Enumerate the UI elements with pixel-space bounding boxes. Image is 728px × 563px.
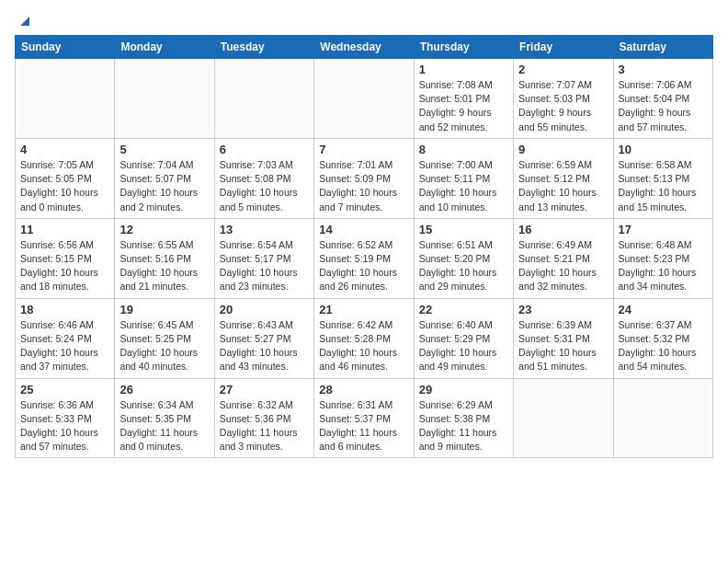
calendar-cell: 27Sunrise: 6:32 AMSunset: 5:36 PMDayligh… [214,378,313,458]
day-number: 20 [220,303,309,316]
day-number: 15 [419,223,508,236]
calendar-cell: 9Sunrise: 6:59 AMSunset: 5:12 PMDaylight… [514,138,613,218]
page-header [15,15,713,28]
day-number: 7 [319,143,408,156]
calendar-cell: 29Sunrise: 6:29 AMSunset: 5:38 PMDayligh… [414,378,513,458]
logo [15,15,33,28]
weekday-header-tuesday: Tuesday [214,36,313,59]
day-info: Sunrise: 7:05 AMSunset: 5:05 PMDaylight:… [20,158,109,214]
svg-marker-0 [20,17,29,26]
weekday-header-wednesday: Wednesday [314,36,414,59]
day-number: 2 [518,63,608,76]
calendar-week-row: 1Sunrise: 7:08 AMSunset: 5:01 PMDaylight… [16,59,713,139]
calendar-cell: 15Sunrise: 6:51 AMSunset: 5:20 PMDayligh… [414,218,513,298]
calendar-cell [115,59,214,139]
calendar-cell: 13Sunrise: 6:54 AMSunset: 5:17 PMDayligh… [214,218,313,298]
calendar-cell: 11Sunrise: 6:56 AMSunset: 5:15 PMDayligh… [16,218,115,298]
day-info: Sunrise: 6:49 AMSunset: 5:21 PMDaylight:… [518,238,608,294]
day-info: Sunrise: 6:37 AMSunset: 5:32 PMDaylight:… [619,318,708,374]
day-info: Sunrise: 6:32 AMSunset: 5:36 PMDaylight:… [220,398,309,454]
day-number: 19 [119,303,209,316]
calendar-cell: 25Sunrise: 6:36 AMSunset: 5:33 PMDayligh… [16,378,115,458]
day-number: 12 [119,223,209,236]
calendar-cell [314,59,414,139]
day-info: Sunrise: 7:06 AMSunset: 5:04 PMDaylight:… [619,78,708,134]
logo-icon [17,11,33,28]
day-info: Sunrise: 6:51 AMSunset: 5:20 PMDaylight:… [419,238,508,294]
day-info: Sunrise: 6:36 AMSunset: 5:33 PMDaylight:… [20,398,109,454]
day-info: Sunrise: 6:31 AMSunset: 5:37 PMDaylight:… [319,398,408,454]
day-number: 3 [619,63,708,76]
day-number: 27 [220,383,309,396]
calendar-cell: 14Sunrise: 6:52 AMSunset: 5:19 PMDayligh… [314,218,414,298]
day-number: 22 [419,303,508,316]
calendar-week-row: 11Sunrise: 6:56 AMSunset: 5:15 PMDayligh… [16,218,713,298]
day-info: Sunrise: 6:34 AMSunset: 5:35 PMDaylight:… [119,398,209,454]
weekday-header-row: SundayMondayTuesdayWednesdayThursdayFrid… [16,36,713,59]
calendar-week-row: 4Sunrise: 7:05 AMSunset: 5:05 PMDaylight… [16,138,713,218]
calendar-cell: 3Sunrise: 7:06 AMSunset: 5:04 PMDaylight… [613,59,712,139]
calendar-cell: 17Sunrise: 6:48 AMSunset: 5:23 PMDayligh… [613,218,712,298]
calendar-cell [514,378,613,458]
day-number: 11 [20,223,109,236]
day-info: Sunrise: 6:42 AMSunset: 5:28 PMDaylight:… [319,318,408,374]
day-info: Sunrise: 6:54 AMSunset: 5:17 PMDaylight:… [220,238,309,294]
calendar-cell: 23Sunrise: 6:39 AMSunset: 5:31 PMDayligh… [514,298,613,378]
day-number: 28 [319,383,408,396]
weekday-header-friday: Friday [514,36,613,59]
calendar-cell: 24Sunrise: 6:37 AMSunset: 5:32 PMDayligh… [613,298,712,378]
day-number: 6 [220,143,309,156]
weekday-header-saturday: Saturday [613,36,712,59]
calendar-cell: 21Sunrise: 6:42 AMSunset: 5:28 PMDayligh… [314,298,414,378]
day-number: 14 [319,223,408,236]
calendar-cell: 16Sunrise: 6:49 AMSunset: 5:21 PMDayligh… [514,218,613,298]
day-info: Sunrise: 7:07 AMSunset: 5:03 PMDaylight:… [518,78,608,134]
calendar-cell: 2Sunrise: 7:07 AMSunset: 5:03 PMDaylight… [514,59,613,139]
day-number: 9 [518,143,608,156]
day-number: 13 [220,223,309,236]
calendar-cell: 28Sunrise: 6:31 AMSunset: 5:37 PMDayligh… [314,378,414,458]
calendar-week-row: 18Sunrise: 6:46 AMSunset: 5:24 PMDayligh… [16,298,713,378]
weekday-header-monday: Monday [115,36,214,59]
calendar-cell: 7Sunrise: 7:01 AMSunset: 5:09 PMDaylight… [314,138,414,218]
day-info: Sunrise: 6:55 AMSunset: 5:16 PMDaylight:… [119,238,209,294]
day-info: Sunrise: 6:39 AMSunset: 5:31 PMDaylight:… [518,318,608,374]
calendar-cell: 10Sunrise: 6:58 AMSunset: 5:13 PMDayligh… [613,138,712,218]
day-number: 5 [119,143,209,156]
day-number: 23 [518,303,608,316]
calendar-cell: 6Sunrise: 7:03 AMSunset: 5:08 PMDaylight… [214,138,313,218]
day-info: Sunrise: 6:43 AMSunset: 5:27 PMDaylight:… [220,318,309,374]
calendar-cell [16,59,115,139]
calendar-cell: 4Sunrise: 7:05 AMSunset: 5:05 PMDaylight… [16,138,115,218]
weekday-header-sunday: Sunday [16,36,115,59]
day-info: Sunrise: 6:45 AMSunset: 5:25 PMDaylight:… [119,318,209,374]
day-number: 18 [20,303,109,316]
calendar-cell [613,378,712,458]
day-info: Sunrise: 6:58 AMSunset: 5:13 PMDaylight:… [619,158,708,214]
day-number: 16 [518,223,608,236]
day-info: Sunrise: 7:08 AMSunset: 5:01 PMDaylight:… [419,78,508,134]
day-info: Sunrise: 7:03 AMSunset: 5:08 PMDaylight:… [220,158,309,214]
calendar-cell: 5Sunrise: 7:04 AMSunset: 5:07 PMDaylight… [115,138,214,218]
day-number: 10 [619,143,708,156]
day-info: Sunrise: 7:04 AMSunset: 5:07 PMDaylight:… [119,158,209,214]
day-number: 25 [20,383,109,396]
day-number: 1 [419,63,508,76]
calendar-table: SundayMondayTuesdayWednesdayThursdayFrid… [15,35,713,458]
day-info: Sunrise: 6:46 AMSunset: 5:24 PMDaylight:… [20,318,109,374]
day-number: 26 [119,383,209,396]
day-info: Sunrise: 6:48 AMSunset: 5:23 PMDaylight:… [619,238,708,294]
calendar-cell: 1Sunrise: 7:08 AMSunset: 5:01 PMDaylight… [414,59,513,139]
calendar-cell: 26Sunrise: 6:34 AMSunset: 5:35 PMDayligh… [115,378,214,458]
day-info: Sunrise: 7:00 AMSunset: 5:11 PMDaylight:… [419,158,508,214]
day-info: Sunrise: 6:52 AMSunset: 5:19 PMDaylight:… [319,238,408,294]
calendar-cell: 18Sunrise: 6:46 AMSunset: 5:24 PMDayligh… [16,298,115,378]
day-number: 8 [419,143,508,156]
calendar-cell [214,59,313,139]
calendar-week-row: 25Sunrise: 6:36 AMSunset: 5:33 PMDayligh… [16,378,713,458]
calendar-cell: 8Sunrise: 7:00 AMSunset: 5:11 PMDaylight… [414,138,513,218]
calendar-cell: 19Sunrise: 6:45 AMSunset: 5:25 PMDayligh… [115,298,214,378]
day-info: Sunrise: 6:40 AMSunset: 5:29 PMDaylight:… [419,318,508,374]
calendar-cell: 12Sunrise: 6:55 AMSunset: 5:16 PMDayligh… [115,218,214,298]
calendar-cell: 20Sunrise: 6:43 AMSunset: 5:27 PMDayligh… [214,298,313,378]
